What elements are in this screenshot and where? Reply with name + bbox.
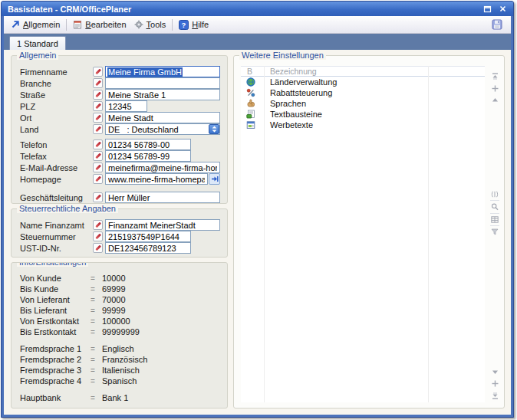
homepage-input[interactable] — [105, 173, 208, 185]
info-row: Bis Erstkontakt = 99999999 — [20, 326, 220, 337]
column-header-b[interactable]: B — [241, 67, 264, 76]
combo-dropdown-button[interactable] — [209, 124, 219, 134]
plz-label: PLZ — [20, 102, 93, 111]
edit-pen-button[interactable] — [93, 192, 103, 202]
strasse-input[interactable] — [105, 89, 220, 100]
edit-pen-button[interactable] — [93, 78, 103, 88]
grid-header-row: B Bezeichnung — [241, 66, 485, 77]
telefax-input[interactable] — [105, 150, 191, 162]
edit-pen-button[interactable] — [93, 113, 103, 123]
gear-icon — [134, 20, 143, 29]
restore-button[interactable] — [481, 3, 494, 15]
ustid-input[interactable] — [105, 242, 191, 254]
email-input[interactable] — [105, 162, 220, 173]
edit-pen-button[interactable] — [93, 90, 103, 100]
groupbox-weitere: Weitere Einstellungen B Bezeichnung Länd… — [233, 55, 505, 409]
firmenname-input[interactable]: Meine Firma GmbH — [105, 66, 220, 77]
field-row: Firmenname Meine Firma GmbH — [20, 66, 220, 77]
field-row: E-Mail-Adresse — [20, 162, 220, 173]
geschaeftsleitung-label: Geschäftsleitung — [20, 193, 93, 202]
edit-pen-button[interactable] — [93, 220, 103, 230]
close-icon — [499, 5, 506, 12]
nav-cluster-bottom — [491, 369, 499, 399]
best-fit-icon[interactable] — [490, 189, 499, 200]
ne-arrow-icon — [11, 20, 20, 29]
edit-pen-button[interactable] — [93, 174, 103, 184]
filter-icon[interactable] — [490, 225, 499, 238]
grid-row-label: Länderverwaltung — [264, 77, 337, 87]
finanzamt-input[interactable] — [105, 219, 220, 231]
toolbar-label: Tools — [147, 20, 166, 29]
groupbox-steuer: Steuerrechtliche Angaben Name Finanzamt … — [11, 208, 228, 258]
scroll-last-row-button[interactable] — [491, 392, 499, 399]
edit-pen-button[interactable] — [93, 162, 103, 172]
titlebar[interactable]: Basisdaten - CRM/OfficePlaner — [2, 2, 513, 16]
tab-label: 1 Standard — [17, 39, 58, 48]
info-value: 10000 — [102, 274, 126, 283]
edit-pen-button[interactable] — [93, 243, 103, 253]
equals-sign: = — [91, 317, 102, 326]
restore-icon — [483, 5, 492, 13]
column-header-bezeichnung[interactable]: Bezeichnung — [264, 67, 317, 76]
info-value: 69999 — [102, 284, 126, 294]
groupbox-info: Info/Einstellungen Von Kunde = 10000 Bis… — [11, 262, 228, 409]
info-row: Von Lieferant = 70000 — [20, 294, 220, 305]
toolbar-item-tools[interactable]: Tools — [130, 18, 170, 31]
land-combobox[interactable]: DE : Deutschland — [105, 123, 220, 135]
info-row: Fremdsprache 1 = Englisch — [20, 343, 220, 354]
grid-row-rabattsteuerung[interactable]: Rabattsteuerung — [241, 87, 485, 98]
homepage-field — [105, 173, 220, 185]
geschaeftsleitung-input[interactable] — [105, 192, 220, 203]
steuernummer-label: Steuernummer — [20, 232, 93, 241]
edit-pen-button[interactable] — [93, 151, 103, 161]
search-icon[interactable] — [490, 200, 499, 213]
grid-row-werbetexte[interactable]: Werbetexte — [241, 120, 485, 130]
equals-sign: = — [91, 377, 102, 386]
groupbox-title: Weitere Einstellungen — [239, 51, 326, 60]
equals-sign: = — [91, 394, 102, 402]
field-row: UST-ID-Nr. — [20, 242, 220, 254]
toolbar-item-bearbeiten[interactable]: Bearbeiten — [69, 18, 130, 31]
notepad-icon — [73, 20, 82, 29]
scroll-page-down-button[interactable] — [491, 380, 499, 387]
settings-grid: B Bezeichnung Länderverwaltung Rabatt — [241, 66, 485, 402]
plz-input[interactable] — [105, 100, 147, 112]
globe-icon — [241, 77, 264, 87]
edit-pen-button[interactable] — [93, 231, 103, 241]
field-row: Land DE : Deutschland — [20, 123, 220, 135]
ort-input[interactable] — [105, 112, 220, 123]
grid-view-icon[interactable] — [490, 213, 499, 225]
main-content: Allgemein Firmenname Meine Firma GmbH Br… — [4, 50, 511, 415]
scroll-page-up-button[interactable] — [491, 85, 499, 92]
scroll-up-button[interactable] — [491, 97, 499, 103]
nav-cluster-middle — [490, 189, 499, 238]
field-row: Homepage — [20, 173, 220, 185]
grid-row-textbausteine[interactable]: Textbausteine — [241, 109, 485, 120]
info-row: Bis Lieferant = 99999 — [20, 305, 220, 316]
window-body: Allgemein Bearbeiten Tools ? Hilfe — [4, 16, 511, 415]
groupbox-title: Info/Einstellungen — [17, 262, 88, 267]
info-value: 70000 — [102, 295, 126, 304]
edit-pen-button[interactable] — [93, 139, 103, 149]
toolbar-item-allgemein[interactable]: Allgemein — [7, 18, 64, 31]
close-button[interactable] — [496, 3, 509, 15]
edit-pen-button[interactable] — [93, 101, 103, 111]
scroll-down-button[interactable] — [491, 369, 499, 375]
toolbar-item-hilfe[interactable]: ? Hilfe — [175, 18, 212, 31]
info-label: Bis Erstkontakt — [20, 327, 91, 336]
language-icon — [241, 99, 264, 108]
info-row: Fremdsprache 3 = Italienisch — [20, 365, 220, 376]
edit-pen-button[interactable] — [93, 124, 103, 134]
spacer — [20, 386, 220, 392]
branche-input[interactable] — [105, 77, 220, 89]
edit-pen-button[interactable] — [93, 67, 103, 77]
open-homepage-button[interactable] — [209, 173, 220, 185]
grid-row-laenderverwaltung[interactable]: Länderverwaltung — [241, 77, 485, 87]
save-button[interactable] — [488, 18, 506, 31]
steuernummer-input[interactable] — [105, 231, 191, 242]
scroll-first-row-button[interactable] — [491, 73, 499, 80]
tab-standard[interactable]: 1 Standard — [9, 36, 66, 50]
grid-row-sprachen[interactable]: Sprachen — [241, 98, 485, 109]
land-value: DE : Deutschland — [106, 125, 209, 134]
telefon-input[interactable] — [105, 139, 191, 150]
